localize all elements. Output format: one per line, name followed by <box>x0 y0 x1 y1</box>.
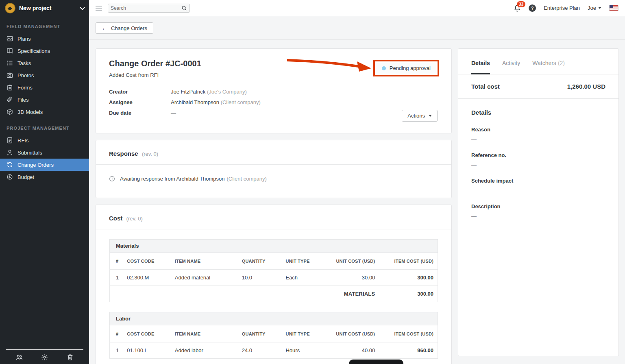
cost-row[interactable]: 1 02.300.M Added material 10.0 Each 30.0… <box>110 270 438 286</box>
details-panel: Details Activity Watchers(2) Total cost … <box>458 48 619 356</box>
sidebar-item-tasks[interactable]: Tasks <box>0 57 89 69</box>
language-flag-icon[interactable] <box>609 5 618 11</box>
person-icon <box>7 149 13 156</box>
cost-revision: (rev. 0) <box>126 216 143 222</box>
project-switcher[interactable]: New project <box>0 0 89 16</box>
tab-watchers[interactable]: Watchers(2) <box>532 49 565 74</box>
detail-label: Schedule impact <box>471 178 605 184</box>
detail-value: — <box>471 187 605 194</box>
field-value: Archibald Thompson <box>171 97 219 108</box>
sidebar-item-label: Specifications <box>17 48 50 54</box>
trash-icon[interactable] <box>66 353 74 361</box>
sidebar-footer <box>0 349 89 364</box>
materials-block: Materials # COST CODE ITEM NAME QUANTITY… <box>109 239 438 302</box>
detail-value: — <box>471 136 605 142</box>
left-column: Change Order #JC-0001 Added Cost from RF… <box>96 48 452 364</box>
detail-value: — <box>471 213 605 219</box>
plans-icon <box>7 35 13 42</box>
total-cost-value: 1,260.00 USD <box>567 83 605 90</box>
user-menu[interactable]: Joe <box>588 5 601 11</box>
column-header: UNIT TYPE <box>281 253 325 270</box>
chevron-down-icon <box>429 115 432 118</box>
specifications-icon <box>7 48 13 54</box>
tasks-icon <box>7 60 13 66</box>
field-label: Due date <box>109 108 171 118</box>
cost-title: Cost <box>109 215 122 222</box>
order-header-card: Change Order #JC-0001 Added Cost from RF… <box>96 48 452 133</box>
back-button-label: Change Orders <box>111 25 147 31</box>
materials-header-row: # COST CODE ITEM NAME QUANTITY UNIT TYPE… <box>110 253 438 270</box>
field-value: — <box>171 108 176 118</box>
sidebar-item-label: RFIs <box>17 137 28 144</box>
app-root: New project FIELD MANAGEMENT Plans Speci… <box>0 0 625 364</box>
column-header: COST CODE <box>123 325 171 342</box>
search-icon <box>181 5 187 11</box>
column-header: QUANTITY <box>238 253 282 270</box>
detail-value: — <box>471 162 605 168</box>
sidebar-item-submittals[interactable]: Submittals <box>0 146 89 159</box>
column-header: UNIT TYPE <box>281 325 325 342</box>
tab-activity[interactable]: Activity <box>502 49 520 74</box>
cycle-arrows-icon <box>7 161 13 168</box>
status-badge-label: Pending approval <box>390 65 431 71</box>
details-panel-tabs: Details Activity Watchers(2) <box>458 49 618 74</box>
help-button[interactable]: ? <box>529 4 536 12</box>
response-title: Response <box>109 150 138 157</box>
unit-type: Hours <box>281 342 325 359</box>
sidebar-section-project-management: PROJECT MANAGEMENT RFIs Submittals Chang… <box>0 118 89 183</box>
tab-details[interactable]: Details <box>471 49 490 74</box>
sidebar-item-forms[interactable]: Forms <box>0 81 89 94</box>
quantity: 10.0 <box>238 270 282 286</box>
sidebar-item-label: Change Orders <box>17 162 54 168</box>
column-header: ITEM COST (USD) <box>379 325 438 342</box>
materials-section-header: Materials <box>109 239 438 253</box>
sidebar-section-field-management: FIELD MANAGEMENT Plans Specifications Ta… <box>0 16 89 118</box>
project-name: New project <box>19 5 77 11</box>
tab-label: Watchers <box>532 60 556 66</box>
item-name: Added labor <box>171 342 238 359</box>
bottom-toast <box>349 360 403 364</box>
sidebar-item-budget[interactable]: Budget <box>0 171 89 183</box>
annotation-highlight-box: Pending approval <box>373 60 439 76</box>
schedule-impact-field: Schedule impact — <box>458 178 618 194</box>
field-value-muted: (Client company) <box>221 97 261 108</box>
search-box[interactable] <box>108 4 190 13</box>
sidebar-item-plans[interactable]: Plans <box>0 33 89 45</box>
sidebar-item-photos[interactable]: Photos <box>0 69 89 81</box>
question-mark-icon: ? <box>531 6 534 11</box>
cost-row[interactable]: 1 01.100.L Added labor 24.0 Hours 40.00 … <box>110 342 438 359</box>
item-cost: 300.00 <box>379 270 438 286</box>
column-header: UNIT COST (USD) <box>325 325 379 342</box>
column-header: COST CODE <box>123 253 171 270</box>
page-content: Change Order #JC-0001 Added Cost from RF… <box>89 40 625 364</box>
budget-icon <box>7 174 13 180</box>
tab-label: Activity <box>502 60 520 66</box>
forms-icon <box>7 84 13 91</box>
page-subheader: ← Change Orders <box>89 16 625 40</box>
row-index: 1 <box>110 342 123 359</box>
notifications-button[interactable]: 33 <box>514 4 521 12</box>
topbar: 33 ? Enterprise Plan Joe <box>89 0 625 16</box>
sidebar-item-change-orders[interactable]: Change Orders <box>0 159 89 171</box>
quantity: 24.0 <box>238 342 282 359</box>
unit-cost: 30.00 <box>325 270 379 286</box>
field-label: Creator <box>109 87 171 97</box>
back-button[interactable]: ← Change Orders <box>96 22 153 34</box>
column-header: UNIT COST (USD) <box>325 253 379 270</box>
people-icon[interactable] <box>15 353 23 361</box>
sidebar-item-files[interactable]: Files <box>0 94 89 106</box>
sidebar-item-label: Files <box>17 97 28 103</box>
gear-icon[interactable] <box>41 353 48 361</box>
labor-section-header: Labor <box>109 312 438 325</box>
search-input[interactable] <box>111 5 181 11</box>
sidebar-item-3d-models[interactable]: 3D Models <box>0 106 89 118</box>
menu-icon[interactable] <box>96 4 102 12</box>
awaiting-response-row: Awaiting response from Archibald Thompso… <box>96 165 451 193</box>
materials-total-row: MATERIALS 300.00 <box>110 286 438 302</box>
sidebar-item-rfis[interactable]: RFIs <box>0 134 89 146</box>
reference-no-field: Reference no. — <box>458 152 618 168</box>
sidebar: New project FIELD MANAGEMENT Plans Speci… <box>0 0 89 364</box>
actions-button[interactable]: Actions <box>402 110 438 122</box>
sidebar-item-specifications[interactable]: Specifications <box>0 45 89 57</box>
sidebar-item-label: 3D Models <box>17 109 43 115</box>
